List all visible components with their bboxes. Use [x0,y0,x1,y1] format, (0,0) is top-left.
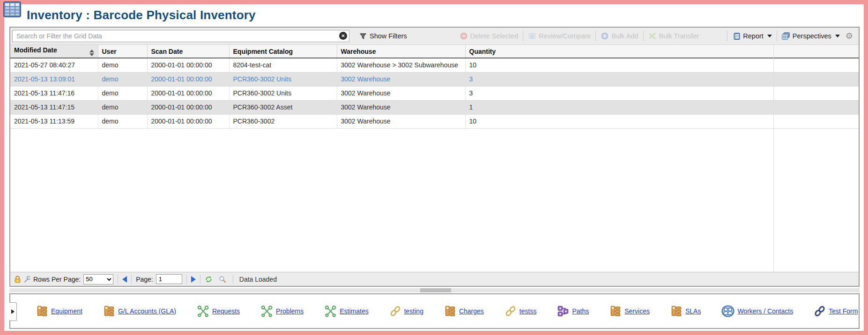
table-row[interactable]: 2021-05-13 11:47:15 demo 2000-01-01 00:0… [10,100,859,114]
chain-gold-icon [504,305,517,317]
chevron-right-icon [11,309,15,314]
review-list-icon [528,32,536,40]
tree-icon [36,305,48,317]
report-book-icon [732,32,741,40]
page-number-input[interactable] [156,274,182,284]
tools-icon [324,305,337,318]
rows-per-page-select[interactable]: 50 [83,274,113,284]
paths-icon [557,305,569,317]
refresh-icon[interactable] [205,276,213,283]
previous-page-icon[interactable] [122,276,127,283]
quicklink-slas[interactable]: SLAs [670,305,701,317]
delete-circle-icon [460,32,468,40]
sort-icon[interactable] [89,50,94,56]
quick-links-panel: Equipment G/L Accounts (GLA) Requests Pr… [9,293,860,329]
toolbar-separator [643,31,644,41]
bulk-transfer-button[interactable]: Bulk Transfer [645,29,702,43]
expand-panel-tab[interactable] [9,302,17,321]
search-input[interactable] [12,30,349,42]
lock-icon[interactable] [14,276,21,283]
gear-icon[interactable]: ⚙ [843,32,856,40]
table-row[interactable]: 2021-05-13 11:13:59 demo 2000-01-01 00:0… [10,114,859,128]
table-row[interactable]: 2021-05-13 11:47:16 demo 2000-01-01 00:0… [10,86,859,100]
clear-search-icon[interactable]: ✕ [339,32,347,40]
filter-funnel-icon [359,33,367,40]
search-box: ✕ [12,30,349,42]
chain-gold-icon [389,305,401,317]
quicklink-problems[interactable]: Problems [260,305,304,318]
footer-separator [186,275,187,284]
inventory-grid-panel: ✕ Show Filters Delete Selected Review/Co… [9,27,860,287]
review-compare-button[interactable]: Review/Compare [525,29,594,43]
grid-footer: Rows Per Page: 50 Page: Data Loaded [10,272,859,286]
transfer-arrows-icon [648,32,657,40]
wrench-icon[interactable] [23,276,31,283]
table-header-row: Modified Date User Scan Date Equipment C… [10,45,859,58]
column-divider-line [773,45,774,272]
footer-separator [118,275,118,284]
tools-icon [260,305,273,318]
grid-area: Modified Date User Scan Date Equipment C… [10,45,859,272]
quicklink-test-form[interactable]: Test Form [814,305,858,317]
quicklink-testss[interactable]: testss [504,305,537,317]
page-title: Inventory : Barcode Physical Inventory [27,8,256,22]
column-header-scan-date[interactable]: Scan Date [147,45,229,58]
show-filters-button[interactable]: Show Filters [356,29,410,43]
tree-icon [444,305,456,317]
column-header-quantity[interactable]: Quantity [465,45,773,58]
grid-table-icon [3,1,21,19]
inventory-table: Modified Date User Scan Date Equipment C… [10,45,859,129]
bulk-add-button[interactable]: Bulk Add [598,29,641,43]
toolbar-separator [727,31,727,41]
people-icon [721,305,734,317]
quicklink-gl-accounts[interactable]: G/L Accounts (GLA) [103,305,176,317]
chevron-down-icon [767,35,772,37]
tree-icon [670,305,683,317]
quicklink-testing[interactable]: testing [389,305,423,317]
grid-toolbar: ✕ Show Filters Delete Selected Review/Co… [10,28,859,45]
toolbar-separator [777,31,777,41]
column-header-modified-date[interactable]: Modified Date [10,45,98,58]
perspectives-stack-icon [782,32,790,40]
tools-icon [197,305,209,318]
rows-per-page-label: Rows Per Page: [33,276,81,283]
next-page-icon[interactable] [191,276,196,283]
quicklink-paths[interactable]: Paths [557,305,589,317]
app-header: Inventory : Barcode Physical Inventory [4,4,864,27]
quicklink-services[interactable]: Services [609,305,650,317]
footer-separator [200,275,200,284]
footer-separator [131,275,132,284]
quicklink-estimates[interactable]: Estimates [324,305,368,318]
tree-icon [609,305,622,317]
delete-selected-button[interactable]: Delete Selected [457,29,521,43]
perspectives-button[interactable]: Perspectives [779,29,843,43]
footer-separator [233,275,233,284]
chevron-down-icon [835,35,840,37]
quicklink-requests[interactable]: Requests [197,305,240,318]
magnifier-icon[interactable] [219,276,226,283]
column-header-empty [773,45,859,58]
column-header-user[interactable]: User [98,45,147,58]
quicklink-workers-contacts[interactable]: Workers / Contacts [721,305,793,317]
column-header-warehouse[interactable]: Warehouse [337,45,465,58]
quicklink-equipment[interactable]: Equipment [36,305,82,317]
page-label: Page: [136,276,153,283]
chain-navy-icon [814,305,826,317]
scrollbar-thumb[interactable] [420,288,451,292]
table-row[interactable]: 2021-05-13 13:09:01 demo 2000-01-01 00:0… [10,72,859,86]
report-button[interactable]: Report [729,29,775,43]
toolbar-separator [523,31,523,41]
toolbar-separator [595,31,596,41]
status-text: Data Loaded [239,276,277,283]
add-circle-icon [601,32,609,40]
quicklink-charges[interactable]: Charges [444,305,484,317]
tree-icon [103,305,115,317]
horizontal-scrollbar[interactable] [9,288,860,292]
table-row[interactable]: 2021-05-27 08:40:27 demo 2000-01-01 00:0… [10,58,859,72]
column-header-equipment-catalog[interactable]: Equipment Catalog [229,45,337,58]
